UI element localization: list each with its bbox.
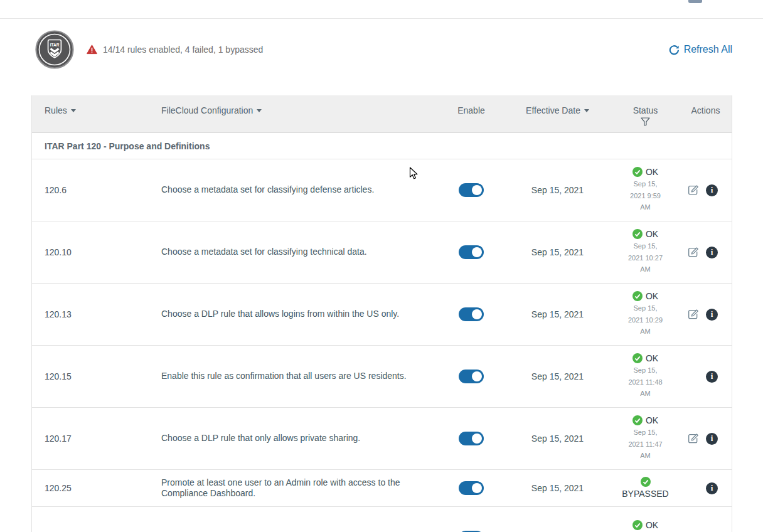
status-label: BYPASSED	[622, 489, 668, 499]
column-header-enable: Enable	[440, 95, 503, 132]
table-body: 120.6 Choose a metadata set for classify…	[32, 159, 732, 532]
compliance-summary: ITAR 14/14 rules enabled, 4 failed, 1 by…	[31, 30, 732, 69]
toggle-knob	[472, 434, 482, 444]
info-button[interactable]: i	[706, 371, 718, 383]
info-button[interactable]: i	[706, 184, 718, 196]
refresh-all-button[interactable]: Refresh All	[669, 44, 732, 55]
actions-cell: i	[678, 482, 733, 494]
toggle-knob	[472, 247, 482, 257]
actions-cell: i	[678, 309, 733, 321]
info-button[interactable]: i	[706, 433, 718, 445]
toggle-knob	[472, 309, 482, 319]
actions-cell: i	[678, 371, 733, 383]
filter-icon[interactable]	[641, 117, 650, 126]
enable-toggle[interactable]	[459, 481, 484, 495]
edit-icon	[688, 184, 699, 196]
rules-table: Rules FileCloud Configuration Enable Eff…	[31, 95, 732, 532]
toggle-knob	[472, 185, 482, 195]
actions-cell: i	[678, 433, 733, 445]
top-navigation-bar: admin	[0, 0, 763, 19]
status-cell: OK Sep 15, 2021 11:48 AM	[612, 353, 678, 400]
status-time: Sep 15, 2021 11:47 AM	[626, 427, 666, 462]
edit-button[interactable]	[688, 309, 699, 320]
rule-id: 120.25	[32, 483, 161, 493]
column-header-actions: Actions	[678, 95, 733, 132]
status-cell: OK Sep 15, 2021	[612, 520, 678, 532]
status-ok-icon	[632, 353, 643, 363]
status-ok-icon	[632, 291, 643, 301]
status-cell: OK Sep 15, 2021 10:29 AM	[612, 291, 678, 338]
enable-toggle[interactable]	[459, 183, 484, 197]
edit-button[interactable]	[688, 433, 699, 444]
actions-cell: i	[678, 247, 733, 258]
rule-description: Promote at least one user to an Admin ro…	[161, 477, 440, 499]
info-button[interactable]: i	[706, 247, 718, 258]
enable-toggle[interactable]	[459, 245, 484, 259]
status-cell: OK Sep 15, 2021 11:47 AM	[612, 415, 678, 462]
rule-description: Choose a DLP rule that allows logins fro…	[161, 309, 440, 320]
status-cell: OK Sep 15, 2021 10:27 AM	[612, 229, 678, 275]
edit-button[interactable]	[688, 184, 699, 196]
sort-caret-icon	[71, 109, 76, 112]
effective-date: Sep 15, 2021	[503, 434, 612, 444]
table-row: 120.13 Choose a DLP rule that allows log…	[32, 284, 732, 346]
status-label: OK	[646, 167, 658, 177]
enable-toggle[interactable]	[459, 307, 484, 321]
refresh-icon	[669, 45, 680, 55]
column-header-configuration[interactable]: FileCloud Configuration	[161, 95, 440, 132]
rule-id: 120.10	[32, 247, 161, 257]
rule-id: 120.6	[32, 185, 161, 195]
rule-id: 120.13	[32, 309, 161, 319]
edit-icon	[688, 433, 699, 444]
status-label: OK	[646, 291, 658, 301]
user-avatar	[688, 0, 702, 3]
effective-date: Sep 15, 2021	[503, 247, 612, 257]
sort-caret-icon	[257, 109, 262, 112]
info-button[interactable]: i	[706, 482, 718, 494]
sort-caret-icon	[584, 109, 589, 112]
status-time: Sep 15, 2021 11:48 AM	[626, 364, 666, 400]
rule-description: Enable this rule as confirmation that al…	[161, 371, 440, 382]
table-row: 120.15 Enable this rule as confirmation …	[32, 346, 732, 408]
status-ok-icon	[632, 229, 643, 239]
section-header: ITAR Part 120 - Purpose and Definitions	[32, 133, 732, 159]
user-menu[interactable]: admin	[688, 0, 742, 3]
effective-date: Sep 15, 2021	[503, 185, 612, 195]
rule-description: Choose a DLP rule that only allows priva…	[161, 433, 440, 444]
status-cell: OK Sep 15, 2021 9:59 AM	[612, 167, 678, 213]
edit-button[interactable]	[688, 247, 699, 258]
table-header-row: Rules FileCloud Configuration Enable Eff…	[32, 95, 732, 133]
rule-id: 120.17	[32, 434, 161, 444]
status-time: Sep 15, 2021 10:27 AM	[626, 240, 666, 275]
rule-id: 120.15	[32, 371, 161, 381]
rule-description: Choose a metadata set for classifying de…	[161, 184, 440, 196]
effective-date: Sep 15, 2021	[503, 371, 612, 381]
refresh-all-label: Refresh All	[684, 44, 732, 55]
status-ok-icon	[632, 167, 643, 177]
status-label: OK	[646, 415, 658, 425]
edit-icon	[688, 247, 699, 258]
effective-date: Sep 15, 2021	[503, 483, 612, 493]
column-header-effective-date[interactable]: Effective Date	[503, 95, 612, 132]
column-header-status[interactable]: Status	[612, 95, 678, 132]
status-time: Sep 15, 2021 10:29 AM	[626, 302, 666, 338]
svg-text:ITAR: ITAR	[50, 43, 60, 47]
edit-icon	[688, 309, 699, 320]
enable-toggle[interactable]	[459, 432, 484, 445]
summary-text: 14/14 rules enabled, 4 failed, 1 bypasse…	[103, 45, 263, 55]
table-row: Sep 15, 2021 OK Sep 15, 2021 i	[32, 507, 732, 532]
rule-description: Choose a metadata set for classifying te…	[161, 247, 440, 258]
info-button[interactable]: i	[706, 309, 718, 321]
enable-toggle[interactable]	[459, 370, 484, 383]
table-row: 120.17 Choose a DLP rule that only allow…	[32, 408, 732, 470]
status-cell: BYPASSED	[612, 477, 678, 500]
toggle-knob	[472, 371, 482, 381]
status-label: OK	[646, 353, 658, 363]
status-ok-icon	[641, 477, 651, 487]
status-label: OK	[646, 520, 658, 530]
column-header-rules[interactable]: Rules	[32, 95, 161, 132]
status-time: Sep 15, 2021 9:59 AM	[626, 178, 666, 213]
table-row: 120.6 Choose a metadata set for classify…	[32, 159, 732, 221]
table-row: 120.25 Promote at least one user to an A…	[32, 470, 732, 507]
user-name: admin	[707, 0, 732, 2]
